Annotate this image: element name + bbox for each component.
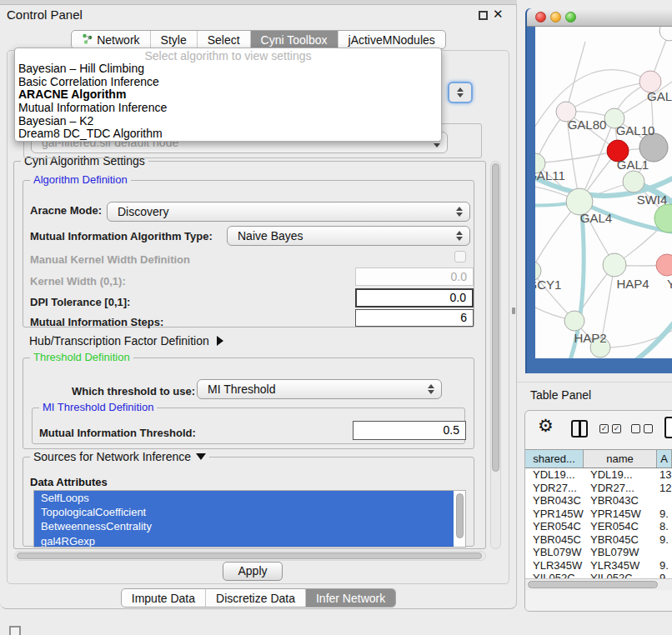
column-header-shared-name[interactable]: shared... xyxy=(525,450,584,468)
algorithm-option[interactable]: Mutual Information Inference xyxy=(15,102,441,115)
which-threshold-label: Which threshold to use: xyxy=(72,385,195,398)
table-cell: YER054C xyxy=(525,520,584,533)
network-edge xyxy=(566,42,585,112)
table-panel-title: Table Panel xyxy=(530,388,591,402)
inference-algorithm-combo-fragment[interactable] xyxy=(448,82,473,103)
table-row[interactable]: YPR145WYPR145W9. xyxy=(525,508,672,521)
expanded-arrow-icon[interactable] xyxy=(196,453,206,460)
tab-jactivemnodules[interactable]: jActiveMNodules xyxy=(338,31,445,48)
collapsed-arrow-icon[interactable] xyxy=(217,336,223,346)
float-window-icon[interactable] xyxy=(479,11,488,20)
network-edge xyxy=(535,151,618,163)
data-attributes-list[interactable]: SelfLoopsTopologicalCoefficientBetweenne… xyxy=(33,490,466,548)
close-button[interactable] xyxy=(535,12,546,22)
settings-horizontal-scrollbar[interactable] xyxy=(14,551,486,561)
gear-icon[interactable]: ⚙ xyxy=(538,416,554,436)
manual-kernel-width-checkbox[interactable] xyxy=(454,251,466,262)
mi-algorithm-type-label: Mutual Information Algorithm Type: xyxy=(30,230,213,242)
table-cell: YLR345W xyxy=(584,559,657,572)
mi-steps-label: Mutual Information Steps: xyxy=(30,316,163,328)
algorithm-definition-title: Algorithm Definition xyxy=(30,173,131,186)
tab-infer-network[interactable]: Infer Network xyxy=(305,589,395,607)
table-panel-footer xyxy=(525,590,672,612)
column-header-partial[interactable]: A xyxy=(657,450,672,468)
dpi-tolerance-field[interactable]: 0.0 xyxy=(355,288,474,308)
table-cell: YPR145W xyxy=(584,508,657,521)
algorithm-option[interactable]: Bayesian – Hill Climbing xyxy=(15,62,441,76)
hub-transcription-section[interactable]: Hub/Transcription Factor Definition xyxy=(29,334,223,348)
table-cell: YBR043C xyxy=(525,494,584,508)
attribute-list-item[interactable]: gal4RGexp xyxy=(34,534,454,548)
settings-horizontal-scrollbar-thumb[interactable] xyxy=(17,552,482,559)
which-threshold-combo[interactable]: MI Threshold xyxy=(197,379,442,399)
table-cell: YDR27... xyxy=(525,482,584,495)
minimize-button[interactable] xyxy=(550,12,561,22)
table-header-row: shared... name A xyxy=(525,449,672,468)
split-columns-icon[interactable] xyxy=(571,420,588,438)
control-panel-window: Control Panel ✕ Network Style Select Cyn… xyxy=(0,0,517,609)
table-row[interactable]: YDL19...YDL19...13 xyxy=(525,468,672,482)
network-node-HAP2[interactable] xyxy=(564,311,584,331)
network-node-SWI4[interactable] xyxy=(623,171,644,192)
checked-column-icon-1[interactable]: ✓ xyxy=(599,424,609,433)
network-node-salmon-node[interactable] xyxy=(656,254,672,276)
settings-vertical-scrollbar-thumb[interactable] xyxy=(492,163,499,472)
aracne-mode-label: Aracne Mode: xyxy=(30,204,102,217)
unchecked-column-icon-2[interactable] xyxy=(644,424,653,433)
algorithm-option[interactable]: ARACNE Algorithm xyxy=(15,88,441,102)
table-row[interactable]: YBL079WYBL079W xyxy=(525,546,672,559)
list-scrollbar[interactable] xyxy=(456,493,464,538)
tab-select[interactable]: Select xyxy=(197,31,250,48)
algorithm-option[interactable]: Dream8 DC_TDC Algorithm xyxy=(15,128,441,141)
mi-steps-field[interactable]: 6 xyxy=(355,309,474,327)
panel-splitter-handle[interactable] xyxy=(512,308,515,314)
network-node-HAP4[interactable] xyxy=(603,253,626,277)
aracne-mode-combo[interactable]: Discovery xyxy=(107,202,470,222)
attribute-list-item[interactable]: BetweennessCentrality xyxy=(34,519,454,533)
network-window-titlebar[interactable] xyxy=(527,8,672,27)
zoom-button[interactable] xyxy=(565,12,576,22)
tab-style[interactable]: Style xyxy=(150,31,197,48)
table-cell: YBL079W xyxy=(584,546,657,559)
column-header-name[interactable]: name xyxy=(584,450,657,468)
minimized-panel-icon[interactable] xyxy=(9,626,21,635)
table-row[interactable]: YBR045CYBR045C9. xyxy=(525,533,672,547)
table-row[interactable]: YBR043CYBR043C xyxy=(525,494,672,508)
algorithm-option[interactable]: Bayesian – K2 xyxy=(15,115,441,128)
mi-threshold-definition-group: MI Threshold Definition Mutual Informati… xyxy=(32,408,465,444)
attribute-list-item[interactable]: SelfLoops xyxy=(34,491,454,505)
algorithm-definition-group: Algorithm Definition Aracne Mode: Discov… xyxy=(23,180,474,328)
apply-button[interactable]: Apply xyxy=(223,562,283,581)
table-row[interactable]: YLR345WYLR345W9. xyxy=(525,559,672,572)
network-node-node-top[interactable] xyxy=(659,27,672,41)
sources-group: Sources for Network Inference Data Attri… xyxy=(23,457,474,547)
table-row[interactable]: YER054CYER054C8. xyxy=(525,520,672,533)
unchecked-column-icon-1[interactable] xyxy=(631,424,640,433)
tab-network[interactable]: Network xyxy=(72,31,149,48)
network-canvas-svg: GALGAL80GAL10GAL1GAL11SWI4GAL4GCY1HAP4YH… xyxy=(535,27,672,358)
tab-impute-data[interactable]: Impute Data xyxy=(122,589,205,607)
close-panel-icon[interactable]: ✕ xyxy=(493,7,504,22)
algorithm-dropdown-prompt: Select algorithm to view settings xyxy=(15,49,441,62)
table-horizontal-scrollbar-thumb[interactable] xyxy=(528,581,658,588)
table-cell: 9. xyxy=(657,533,672,547)
tab-cyni-toolbox[interactable]: Cyni Toolbox xyxy=(250,31,338,48)
tab-discretize-data[interactable]: Discretize Data xyxy=(205,589,305,607)
node-label-HAP2: HAP2 xyxy=(574,331,606,345)
network-canvas[interactable]: GALGAL80GAL10GAL1GAL11SWI4GAL4GCY1HAP4YH… xyxy=(535,27,672,358)
table-cell: 9. xyxy=(657,559,672,572)
checked-column-icon-2[interactable]: ✓ xyxy=(612,424,621,433)
table-body: YDL19...YDL19...13YDR27...YDR27...12YBR0… xyxy=(525,468,672,585)
sheet-icon[interactable] xyxy=(664,417,672,438)
sources-title-row[interactable]: Sources for Network Inference xyxy=(30,450,209,463)
mi-threshold-field[interactable]: 0.5 xyxy=(353,421,466,440)
kernel-width-field[interactable]: 0.0 xyxy=(355,268,474,286)
table-horizontal-scrollbar[interactable] xyxy=(525,578,672,590)
attribute-list-item[interactable]: TopologicalCoefficient xyxy=(34,505,454,519)
settings-vertical-scrollbar[interactable] xyxy=(490,161,501,549)
window-top-strip xyxy=(0,0,517,5)
mi-algorithm-type-combo[interactable]: Naive Bayes xyxy=(227,226,470,246)
table-row[interactable]: YDR27...YDR27...12 xyxy=(525,482,672,495)
algorithm-option[interactable]: Basic Correlation Inference xyxy=(15,76,441,89)
cyni-bottom-tabbar: Impute Data Discretize Data Infer Networ… xyxy=(0,588,517,608)
